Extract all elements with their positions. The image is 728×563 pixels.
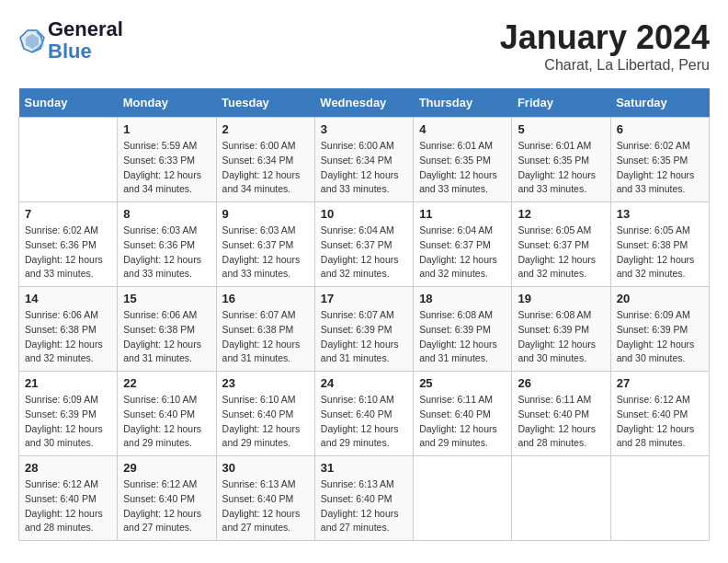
calendar-title: January 2024: [500, 18, 710, 57]
day-info: Sunrise: 6:05 AM Sunset: 6:38 PM Dayligh…: [617, 224, 703, 282]
day-number: 30: [222, 461, 309, 475]
day-number: 31: [321, 461, 407, 475]
week-row-4: 21Sunrise: 6:09 AM Sunset: 6:39 PM Dayli…: [19, 372, 710, 456]
day-number: 24: [321, 376, 407, 390]
day-info: Sunrise: 6:00 AM Sunset: 6:34 PM Dayligh…: [222, 139, 309, 197]
day-cell: 21Sunrise: 6:09 AM Sunset: 6:39 PM Dayli…: [19, 372, 118, 456]
day-cell: 6Sunrise: 6:02 AM Sunset: 6:35 PM Daylig…: [610, 118, 709, 202]
col-header-tuesday: Tuesday: [216, 88, 314, 118]
day-number: 27: [617, 376, 703, 390]
day-info: Sunrise: 6:04 AM Sunset: 6:37 PM Dayligh…: [321, 224, 407, 282]
day-info: Sunrise: 6:13 AM Sunset: 6:40 PM Dayligh…: [222, 477, 309, 535]
day-cell: 26Sunrise: 6:11 AM Sunset: 6:40 PM Dayli…: [512, 372, 610, 456]
day-cell: 29Sunrise: 6:12 AM Sunset: 6:40 PM Dayli…: [118, 456, 216, 541]
day-cell: 14Sunrise: 6:06 AM Sunset: 6:38 PM Dayli…: [19, 287, 118, 372]
day-info: Sunrise: 6:13 AM Sunset: 6:40 PM Dayligh…: [321, 477, 407, 535]
day-cell: 20Sunrise: 6:09 AM Sunset: 6:39 PM Dayli…: [610, 287, 709, 372]
day-cell: 31Sunrise: 6:13 AM Sunset: 6:40 PM Dayli…: [314, 456, 413, 541]
col-header-thursday: Thursday: [414, 88, 512, 118]
day-cell: 17Sunrise: 6:07 AM Sunset: 6:39 PM Dayli…: [314, 287, 413, 372]
logo-icon: [18, 27, 46, 54]
day-cell: 4Sunrise: 6:01 AM Sunset: 6:35 PM Daylig…: [414, 118, 512, 202]
day-number: 16: [222, 292, 309, 305]
day-info: Sunrise: 6:02 AM Sunset: 6:36 PM Dayligh…: [25, 224, 111, 282]
day-info: Sunrise: 6:10 AM Sunset: 6:40 PM Dayligh…: [123, 393, 210, 451]
title-section: January 2024 Charat, La Libertad, Peru: [500, 18, 710, 74]
day-cell: [610, 456, 709, 541]
day-number: 8: [123, 207, 210, 221]
day-number: 20: [617, 292, 703, 305]
day-info: Sunrise: 6:06 AM Sunset: 6:38 PM Dayligh…: [25, 308, 111, 366]
day-number: 19: [518, 292, 604, 305]
day-cell: 18Sunrise: 6:08 AM Sunset: 6:39 PM Dayli…: [414, 287, 512, 372]
day-number: 23: [222, 376, 309, 390]
day-number: 25: [419, 376, 506, 390]
col-header-monday: Monday: [118, 88, 216, 118]
day-cell: 24Sunrise: 6:10 AM Sunset: 6:40 PM Dayli…: [314, 372, 413, 456]
day-info: Sunrise: 6:10 AM Sunset: 6:40 PM Dayligh…: [222, 393, 309, 451]
day-cell: 23Sunrise: 6:10 AM Sunset: 6:40 PM Dayli…: [216, 372, 314, 456]
day-info: Sunrise: 6:04 AM Sunset: 6:37 PM Dayligh…: [419, 224, 506, 282]
day-cell: 27Sunrise: 6:12 AM Sunset: 6:40 PM Dayli…: [610, 372, 709, 456]
day-cell: 12Sunrise: 6:05 AM Sunset: 6:37 PM Dayli…: [512, 202, 610, 287]
day-number: 4: [419, 122, 506, 136]
day-number: 15: [123, 292, 210, 305]
day-info: Sunrise: 6:01 AM Sunset: 6:35 PM Dayligh…: [518, 139, 604, 197]
day-cell: 9Sunrise: 6:03 AM Sunset: 6:37 PM Daylig…: [216, 202, 314, 287]
day-cell: 3Sunrise: 6:00 AM Sunset: 6:34 PM Daylig…: [314, 118, 413, 202]
day-number: 9: [222, 207, 309, 221]
day-info: Sunrise: 6:07 AM Sunset: 6:39 PM Dayligh…: [321, 308, 407, 366]
day-cell: 28Sunrise: 6:12 AM Sunset: 6:40 PM Dayli…: [19, 456, 118, 541]
logo-line1: General: [48, 18, 123, 40]
day-number: 18: [419, 292, 506, 305]
day-cell: 22Sunrise: 6:10 AM Sunset: 6:40 PM Dayli…: [118, 372, 216, 456]
day-cell: [19, 118, 118, 202]
day-number: 7: [25, 207, 111, 221]
day-number: 29: [123, 461, 210, 475]
day-cell: 15Sunrise: 6:06 AM Sunset: 6:38 PM Dayli…: [118, 287, 216, 372]
week-row-5: 28Sunrise: 6:12 AM Sunset: 6:40 PM Dayli…: [19, 456, 710, 541]
day-number: 12: [518, 207, 604, 221]
day-info: Sunrise: 6:03 AM Sunset: 6:36 PM Dayligh…: [123, 224, 210, 282]
day-cell: 5Sunrise: 6:01 AM Sunset: 6:35 PM Daylig…: [512, 118, 610, 202]
header-row: SundayMondayTuesdayWednesdayThursdayFrid…: [19, 88, 710, 118]
week-row-1: 1Sunrise: 5:59 AM Sunset: 6:33 PM Daylig…: [19, 118, 710, 202]
logo-line2: Blue: [48, 40, 123, 63]
day-number: 26: [518, 376, 604, 390]
day-info: Sunrise: 6:08 AM Sunset: 6:39 PM Dayligh…: [419, 308, 506, 366]
col-header-friday: Friday: [512, 88, 610, 118]
calendar-table: SundayMondayTuesdayWednesdayThursdayFrid…: [18, 88, 710, 541]
day-info: Sunrise: 6:12 AM Sunset: 6:40 PM Dayligh…: [123, 477, 210, 535]
day-info: Sunrise: 6:12 AM Sunset: 6:40 PM Dayligh…: [25, 477, 111, 535]
day-number: 28: [25, 461, 111, 475]
day-info: Sunrise: 6:02 AM Sunset: 6:35 PM Dayligh…: [617, 139, 703, 197]
day-number: 10: [321, 207, 407, 221]
day-number: 3: [321, 122, 407, 136]
day-cell: 8Sunrise: 6:03 AM Sunset: 6:36 PM Daylig…: [118, 202, 216, 287]
week-row-3: 14Sunrise: 6:06 AM Sunset: 6:38 PM Dayli…: [19, 287, 710, 372]
day-info: Sunrise: 6:12 AM Sunset: 6:40 PM Dayligh…: [617, 393, 703, 451]
day-cell: 16Sunrise: 6:07 AM Sunset: 6:38 PM Dayli…: [216, 287, 314, 372]
day-cell: 2Sunrise: 6:00 AM Sunset: 6:34 PM Daylig…: [216, 118, 314, 202]
day-info: Sunrise: 6:09 AM Sunset: 6:39 PM Dayligh…: [25, 393, 111, 451]
day-number: 6: [617, 122, 703, 136]
day-cell: 13Sunrise: 6:05 AM Sunset: 6:38 PM Dayli…: [610, 202, 709, 287]
day-info: Sunrise: 6:08 AM Sunset: 6:39 PM Dayligh…: [518, 308, 604, 366]
day-number: 21: [25, 376, 111, 390]
day-info: Sunrise: 6:03 AM Sunset: 6:37 PM Dayligh…: [222, 224, 309, 282]
day-cell: 19Sunrise: 6:08 AM Sunset: 6:39 PM Dayli…: [512, 287, 610, 372]
day-number: 5: [518, 122, 604, 136]
day-info: Sunrise: 6:10 AM Sunset: 6:40 PM Dayligh…: [321, 393, 407, 451]
day-number: 17: [321, 292, 407, 305]
day-info: Sunrise: 6:01 AM Sunset: 6:35 PM Dayligh…: [419, 139, 506, 197]
calendar-subtitle: Charat, La Libertad, Peru: [500, 57, 710, 74]
day-number: 14: [25, 292, 111, 305]
day-cell: 1Sunrise: 5:59 AM Sunset: 6:33 PM Daylig…: [118, 118, 216, 202]
day-info: Sunrise: 6:06 AM Sunset: 6:38 PM Dayligh…: [123, 308, 210, 366]
day-number: 1: [123, 122, 210, 136]
page-header: General Blue January 2024 Charat, La Lib…: [18, 18, 710, 74]
col-header-wednesday: Wednesday: [314, 88, 413, 118]
col-header-saturday: Saturday: [610, 88, 709, 118]
week-row-2: 7Sunrise: 6:02 AM Sunset: 6:36 PM Daylig…: [19, 202, 710, 287]
day-cell: 7Sunrise: 6:02 AM Sunset: 6:36 PM Daylig…: [19, 202, 118, 287]
